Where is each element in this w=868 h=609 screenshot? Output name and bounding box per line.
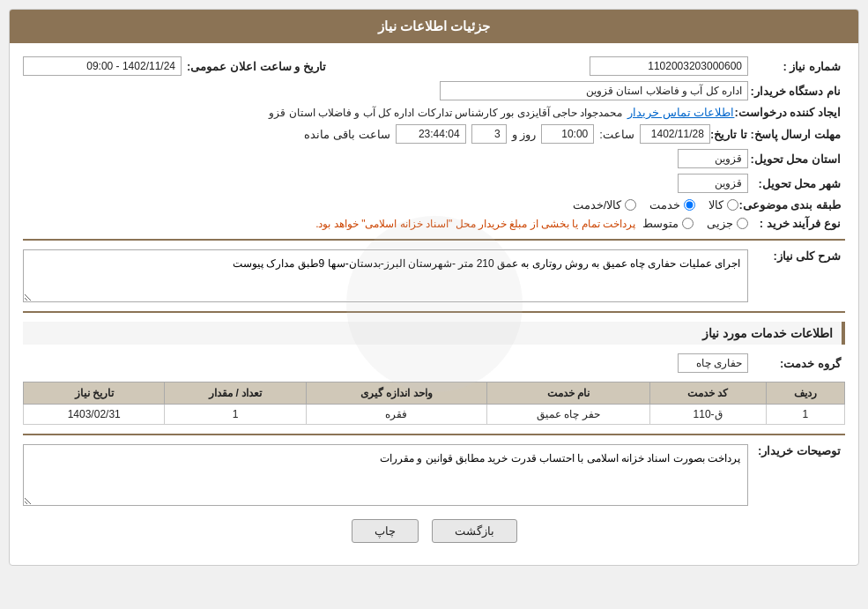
purchase-type-motavasset[interactable]: متوسط — [642, 217, 694, 230]
divider-1 — [23, 239, 845, 241]
announcement-date-value: 1402/11/24 - 09:00 — [23, 56, 182, 76]
deadline-remain: 23:44:04 — [396, 124, 466, 144]
requester-contact-link[interactable]: اطلاعات تماس خریدار — [627, 106, 734, 119]
announcement-date-label: تاریخ و ساعت اعلان عمومی: — [187, 60, 330, 73]
cell-date: 1403/02/31 — [24, 405, 165, 425]
col-date: تاریخ نیاز — [24, 382, 165, 405]
deadline-days: 3 — [471, 124, 507, 144]
deadline-time-label: ساعت: — [599, 128, 634, 141]
description-textarea[interactable]: اجرای عملیات حفاری چاه عمیق به روش روتار… — [23, 249, 748, 302]
purchase-type-label: نوع فرآیند خرید : — [748, 217, 845, 230]
need-number-value: 1102003203000600 — [590, 56, 748, 76]
buyer-org-value: اداره کل آب و فاضلاب استان قزوین — [440, 81, 748, 100]
col-unit: واحد اندازه گیری — [306, 382, 486, 405]
col-quantity: تعداد / مقدار — [165, 382, 306, 405]
deadline-remain-label: ساعت باقی مانده — [304, 128, 389, 141]
requester-name: محمدجواد حاجی آقایزدی بور کارشناس تدارکا… — [269, 107, 622, 119]
col-row-num: ردیف — [766, 382, 845, 405]
cell-row_num: 1 — [766, 405, 845, 425]
city-label: شهر محل تحویل: — [748, 177, 845, 190]
category-option-khedmat[interactable]: خدمت — [649, 198, 695, 212]
need-number-label: شماره نیاز : — [748, 60, 845, 73]
deadline-label: مهلت ارسال پاسخ: تا تاریخ: — [710, 128, 845, 141]
cell-quantity: 1 — [165, 405, 306, 425]
services-table: ردیف کد خدمت نام خدمت واحد اندازه گیری ت… — [23, 382, 845, 425]
page-title: جزئیات اطلاعات نیاز — [10, 10, 858, 43]
deadline-days-label: روز و — [512, 128, 537, 141]
col-service-name: نام خدمت — [487, 382, 650, 405]
service-group-value: حفاری چاه — [678, 353, 748, 373]
divider-3 — [23, 434, 845, 435]
purchase-note: پرداخت تمام یا بخشی از مبلغ خریدار محل "… — [315, 218, 635, 230]
services-section-title: اطلاعات خدمات مورد نیاز — [23, 322, 845, 345]
buyer-desc-textarea[interactable]: پرداخت بصورت اسناد خزانه اسلامی با احتسا… — [23, 444, 748, 506]
category-option-kala-khedmat[interactable]: کالا/خدمت — [573, 198, 637, 212]
buyer-org-label: نام دستگاه خریدار: — [748, 85, 845, 98]
deadline-time: 10:00 — [541, 124, 594, 144]
cell-service_name: حفر چاه عمیق — [487, 405, 650, 425]
service-group-label: گروه خدمت: — [748, 357, 845, 370]
col-service-code: کد خدمت — [649, 382, 766, 405]
divider-2 — [23, 311, 845, 313]
purchase-type-radio-group: جزیی متوسط — [642, 217, 748, 230]
table-row: 1ق-110حفر چاه عمیقفقره11403/02/31 — [24, 405, 845, 425]
province-label: استان محل تحویل: — [748, 152, 845, 166]
buyer-desc-label: توصیحات خریدار: — [748, 444, 845, 457]
cell-unit: فقره — [306, 405, 486, 425]
requester-label: ایجاد کننده درخواست: — [734, 106, 845, 119]
province-value: قزوین — [678, 149, 748, 168]
description-label: شرح کلی نیاز: — [748, 249, 845, 263]
category-radio-group: کالا خدمت کالا/خدمت — [573, 198, 739, 212]
city-value: قزوین — [678, 174, 748, 193]
purchase-type-jozi[interactable]: جزیی — [707, 217, 748, 230]
cell-service_code: ق-110 — [649, 405, 766, 425]
category-option-kala[interactable]: کالا — [708, 198, 738, 212]
deadline-date: 1402/11/28 — [640, 124, 710, 144]
category-label: طبقه بندی موضوعی: — [738, 198, 845, 212]
print-button[interactable]: چاپ — [352, 519, 419, 543]
back-button[interactable]: بازگشت — [432, 519, 517, 543]
buttons-row: بازگشت چاپ — [23, 519, 845, 552]
